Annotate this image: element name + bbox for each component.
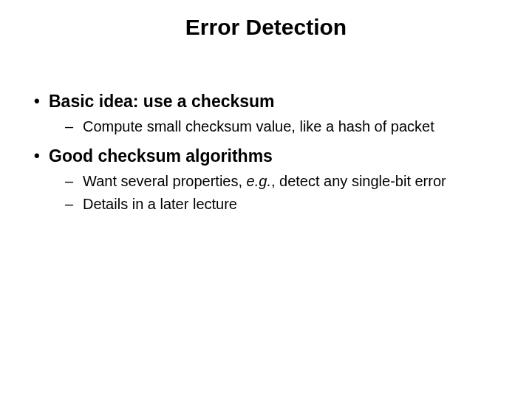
sub-2-1-suffix: , detect any single-bit error: [271, 173, 446, 189]
bullet-sub-1-1: Compute small checksum value, like a has…: [83, 117, 502, 136]
sub-2-1-prefix: Want several properties,: [83, 173, 247, 189]
bullet-main-2: Good checksum algorithms: [49, 146, 502, 166]
bullet-sub-2-2: Details in a later lecture: [83, 195, 502, 214]
bullet-main-1: Basic idea: use a checksum: [49, 92, 502, 112]
sub-2-1-italic: e.g.: [247, 173, 271, 189]
slide-title: Error Detection: [30, 15, 502, 40]
bullet-sub-2-1: Want several properties, e.g., detect an…: [83, 172, 502, 191]
